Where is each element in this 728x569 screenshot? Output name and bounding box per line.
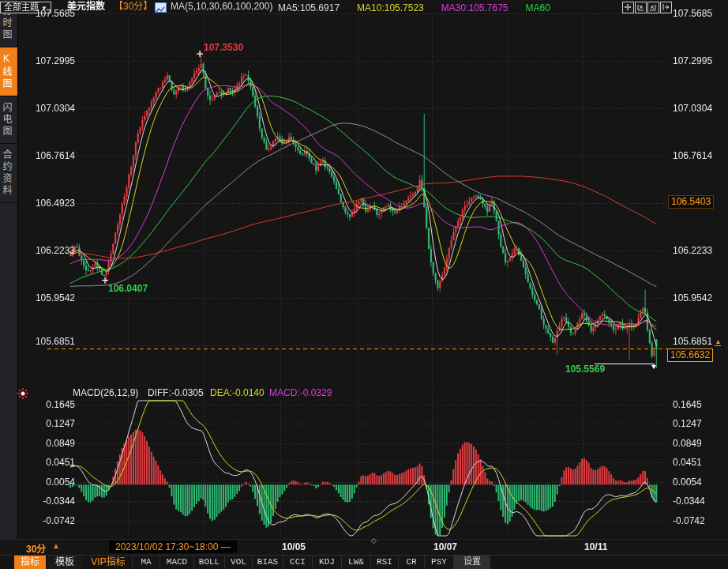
- settle-price-marker: 106.5403: [668, 195, 714, 209]
- toolbar-item-PSY[interactable]: PSY: [424, 556, 453, 569]
- date-label-10/11: 10/11: [584, 541, 607, 552]
- sidebar-tab-闪电图[interactable]: 闪电图: [0, 96, 17, 144]
- sidebar-tab-合约资料[interactable]: 合约资料: [0, 144, 17, 203]
- price-axis-left-label: 107.2995: [22, 55, 75, 66]
- ma-value-2: MA30:105.7675: [441, 2, 508, 13]
- price-axis-right-label: 106.2233: [673, 245, 712, 256]
- macd-diff-value: DIFF:-0.0305: [148, 387, 204, 398]
- macd-axis-right-label: 0.1247: [673, 418, 702, 429]
- low-price-annotation: 106.0407: [108, 283, 148, 294]
- period-expand-arrow-icon[interactable]: ▲: [52, 541, 60, 550]
- price-up-arrow-icon: ▲: [715, 338, 721, 345]
- price-axis-left-label: 106.7614: [22, 150, 75, 161]
- high-price-annotation: 107.3530: [204, 42, 243, 53]
- macd-axis-left-label: -0.0344: [22, 496, 75, 507]
- chart-type-icon[interactable]: [155, 2, 167, 13]
- toolbar-item-VIP指标[interactable]: VIP指标: [84, 556, 132, 569]
- macd-axis-left-label: 0.0054: [22, 477, 75, 488]
- toolbar-item-MACD[interactable]: MACD: [159, 556, 193, 569]
- macd-axis-left-label: 0.0849: [22, 438, 75, 449]
- toolbar-item-BOLL[interactable]: BOLL: [193, 556, 224, 569]
- last-low-annotation: 105.5569: [565, 364, 605, 375]
- macd-caption: MACD(26,12,9): [73, 387, 138, 398]
- period-selector[interactable]: 30分: [26, 541, 46, 555]
- ma-value-3: MA60: [526, 2, 550, 13]
- ma-caption: MA(5,10,30,60,100,200): [171, 0, 272, 13]
- indicator-toolbar: 指标模板VIP指标MAMACDBOLLVOLBIASCCIKDJLW&RSICR…: [0, 555, 728, 569]
- macd-axis-left-label: 0.0451: [22, 457, 75, 468]
- toolbar-item-模板[interactable]: 模板: [48, 556, 81, 569]
- toolbar-item-RSI[interactable]: RSI: [370, 556, 398, 569]
- date-label-10/07: 10/07: [433, 541, 457, 552]
- toolbar-item-VOL[interactable]: VOL: [224, 556, 252, 569]
- shift-right-icon[interactable]: [660, 2, 672, 13]
- price-axis-right-label: 107.0304: [673, 103, 712, 114]
- sidebar-tab-K线图[interactable]: K线图: [0, 47, 17, 96]
- macd-axis-left-label: -0.0742: [22, 515, 75, 526]
- macd-macd-value: MACD:-0.0329: [269, 387, 332, 398]
- toolbar-item-CR[interactable]: CR: [398, 556, 424, 569]
- macd-axis-left-label: 0.1645: [22, 399, 75, 410]
- price-axis-right-label: 107.2995: [673, 55, 712, 66]
- toolbar-item-设置[interactable]: 设置: [453, 556, 490, 569]
- macd-axis-right-label: -0.0344: [673, 496, 705, 507]
- macd-axis-right-label: 0.1645: [673, 399, 702, 410]
- toolbar-item-KDJ[interactable]: KDJ: [312, 556, 341, 569]
- last-price-axis-label: 105.6851 ▲: [673, 336, 721, 347]
- indicator-settings-icon[interactable]: [17, 388, 28, 399]
- price-axis-right-label: 106.7614: [673, 150, 712, 161]
- toolbar-item-指标[interactable]: 指标: [14, 556, 46, 569]
- view-sidebar: 分时图K线图闪电图合约资料: [0, 0, 18, 569]
- price-axis-left-label: 106.4923: [22, 198, 75, 209]
- ma-value-0: MA5:105.6917: [278, 2, 340, 13]
- scale-x-axis-icon[interactable]: [647, 2, 659, 13]
- macd-dea-value: DEA:-0.0140: [210, 387, 265, 398]
- pan-move-icon[interactable]: [622, 2, 634, 13]
- xaxis-row: 30分 ▲ 2023/10/02 17:30~18:00 — ◇ 10/0510…: [0, 539, 728, 556]
- current-price-marker: 105.6632: [667, 349, 713, 362]
- price-axis-right-label: 105.9542: [673, 292, 712, 303]
- toolbar-item-BIAS[interactable]: BIAS: [252, 556, 283, 569]
- toolbar-item-MA[interactable]: MA: [132, 556, 159, 569]
- toolbar-item-LW&[interactable]: LW&: [341, 556, 370, 569]
- price-axis-left-label: 105.6851: [22, 336, 75, 347]
- scale-y-axis-icon[interactable]: [635, 2, 647, 13]
- macd-axis-left-label: 0.1247: [22, 418, 75, 429]
- macd-axis-right-label: 0.0849: [673, 438, 702, 449]
- macd-axis-right-label: -0.0742: [673, 515, 705, 526]
- ma-value-1: MA10:105.7523: [357, 2, 424, 13]
- price-axis-left-label: 107.0304: [22, 103, 75, 114]
- first-bar-time-label: 2023/10/02 17:30~18:00 —: [109, 541, 237, 553]
- price-axis-left-label: 106.2233: [22, 245, 75, 256]
- macd-axis-right-label: 0.0451: [673, 457, 702, 468]
- price-axis-left-label: 105.9542: [22, 292, 75, 303]
- macd-axis-right-label: 0.0054: [673, 477, 702, 488]
- price-axis-left-label: 107.5685: [22, 8, 75, 19]
- price-axis-right-label: 107.5685: [673, 8, 712, 19]
- pane-resize-handle[interactable]: ◇: [371, 537, 377, 545]
- date-label-10/05: 10/05: [282, 541, 306, 552]
- toolbar-item-CCI[interactable]: CCI: [283, 556, 312, 569]
- period-label[interactable]: 【30分】: [114, 0, 152, 13]
- kline-app: 分时图K线图闪电图合约资料 美元指数 【30分】 MA(5,10,30,60,1…: [0, 0, 728, 569]
- ma-values: MA5:105.6917MA10:105.7523MA30:105.7675MA…: [278, 0, 568, 15]
